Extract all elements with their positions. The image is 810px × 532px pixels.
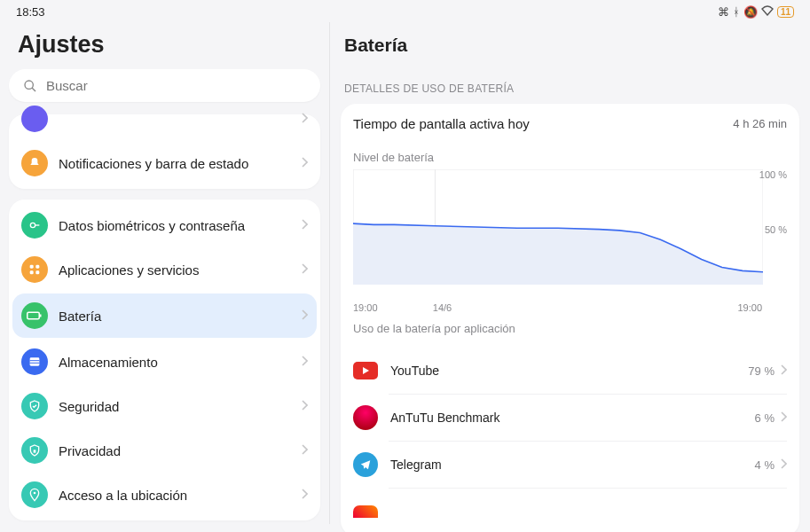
sidebar-item-label: Seguridad [59, 399, 301, 414]
svg-rect-9 [30, 357, 40, 365]
location-icon [21, 481, 48, 508]
chevron-right-icon [780, 457, 787, 473]
clock: 18:53 [16, 5, 45, 19]
y-tick-100: 100 % [759, 169, 787, 180]
svg-rect-8 [40, 315, 42, 317]
sidebar-title: Ajustes [9, 22, 320, 69]
app-icon [353, 452, 378, 477]
chevron-right-icon [301, 487, 308, 503]
chevron-right-icon [301, 398, 308, 414]
search-field[interactable] [9, 69, 320, 102]
status-bar: 18:53 ⌘ ᚼ 🔕 11 [0, 0, 810, 22]
notifications-icon [21, 150, 48, 176]
screen-time-label: Tiempo de pantalla activa hoy [353, 116, 530, 131]
sidebar-item-notifications[interactable]: Notificaciones y barra de estado [9, 141, 320, 185]
biometrics-icon [21, 212, 48, 239]
app-icon [353, 358, 378, 383]
x-tick: 19:00 [737, 302, 762, 313]
screen-time-row[interactable]: Tiempo de pantalla activa hoy 4 h 26 min [353, 116, 787, 131]
svg-rect-4 [35, 265, 39, 269]
sidebar-item-label: Notificaciones y barra de estado [59, 156, 301, 171]
mute-icon: 🔕 [743, 5, 758, 19]
svg-point-0 [25, 81, 33, 89]
svg-line-1 [32, 88, 35, 91]
battery-icon: 11 [777, 6, 794, 18]
apps-usage-header: Uso de la batería por aplicación [353, 322, 787, 335]
sidebar-item-battery[interactable]: Batería [12, 293, 317, 338]
privacy-icon [21, 437, 48, 464]
search-input[interactable] [46, 78, 306, 93]
app-name: YouTube [390, 364, 748, 378]
chevron-right-icon [301, 262, 308, 278]
sidebar-item-label: Aplicaciones y servicios [59, 262, 301, 278]
chevron-right-icon [780, 363, 787, 379]
sidebar-item-label: Datos biométricos y contraseña [59, 218, 301, 233]
sidebar-item-truncated[interactable] [9, 106, 320, 141]
screen-time-value: 4 h 26 min [733, 117, 787, 130]
app-usage-row[interactable]: YouTube79 % [389, 348, 787, 394]
chart-svg [353, 169, 763, 285]
battery-icon [21, 302, 48, 329]
chevron-right-icon [301, 111, 308, 127]
truncated-icon [21, 106, 48, 132]
app-icon [353, 499, 378, 524]
app-percent: 4 % [755, 458, 775, 472]
sidebar-item-apps[interactable]: Aplicaciones y servicios [9, 247, 320, 292]
app-name: AnTuTu Benchmark [390, 411, 755, 425]
sidebar-item-label: Acceso a la ubicación [59, 488, 301, 503]
app-percent: 6 % [755, 411, 775, 425]
svg-rect-6 [35, 270, 39, 274]
svg-rect-3 [30, 265, 34, 269]
x-tick: 14/6 [433, 302, 452, 313]
app-usage-list: YouTube79 %AnTuTu Benchmark6 %Telegram4 … [353, 348, 787, 524]
sidebar-item-label: Almacenamiento [59, 355, 301, 370]
main-panel: Batería DETALLES DE USO DE BATERÍA Tiemp… [330, 22, 810, 524]
chevron-right-icon [301, 217, 308, 233]
chevron-right-icon [301, 354, 308, 370]
chevron-right-icon [301, 442, 308, 458]
status-icons: ⌘ ᚼ 🔕 11 [718, 5, 794, 19]
storage-icon [21, 348, 48, 375]
x-tick: 19:00 [353, 302, 378, 313]
app-name: Telegram [390, 458, 755, 472]
level-label: Nivel de batería [353, 151, 787, 164]
svg-point-2 [30, 223, 35, 227]
bluetooth-icon: ᚼ [733, 5, 740, 19]
app-usage-row[interactable] [389, 488, 787, 524]
nfc-icon: ⌘ [718, 5, 729, 19]
chevron-right-icon [780, 410, 787, 426]
sidebar-item-label: Privacidad [59, 443, 301, 458]
details-header: DETALLES DE USO DE BATERÍA [341, 82, 799, 104]
sidebar-item-location[interactable]: Acceso a la ubicación [9, 473, 320, 517]
sidebar-item-privacy[interactable]: Privacidad [9, 428, 320, 473]
apps-icon [21, 256, 48, 283]
page-title: Batería [341, 22, 799, 66]
security-icon [21, 393, 48, 419]
y-tick-50: 50 % [765, 224, 787, 235]
svg-point-13 [34, 492, 36, 495]
svg-rect-12 [34, 450, 36, 452]
chevron-right-icon [301, 155, 308, 171]
sidebar-item-label: Batería [59, 309, 301, 324]
chevron-right-icon [301, 308, 308, 324]
search-icon [23, 79, 37, 93]
battery-chart: 100 % 50 % 19:00 14/6 19:00 [353, 169, 787, 302]
sidebar-item-security[interactable]: Seguridad [9, 384, 320, 428]
svg-rect-7 [28, 312, 40, 319]
battery-details-card: Tiempo de pantalla activa hoy 4 h 26 min… [341, 104, 799, 532]
sidebar-item-storage[interactable]: Almacenamiento [9, 340, 320, 384]
app-usage-row[interactable]: AnTuTu Benchmark6 % [389, 394, 787, 441]
wifi-icon [761, 5, 774, 19]
sidebar-item-biometrics[interactable]: Datos biométricos y contraseña [9, 203, 320, 247]
sidebar: Ajustes Notificaciones y barra de estado… [0, 22, 329, 524]
app-icon [353, 405, 378, 430]
app-percent: 79 % [748, 364, 775, 378]
svg-rect-5 [30, 270, 34, 274]
app-usage-row[interactable]: Telegram4 % [389, 441, 787, 488]
